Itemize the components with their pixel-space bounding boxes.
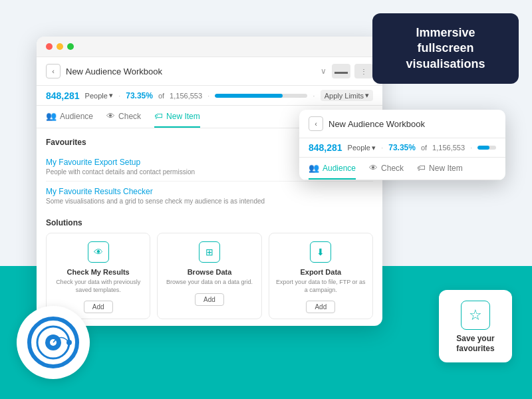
tab-new-item[interactable]: 🏷 New Item [154,106,200,128]
fw-stats: 848,281 People ▾ · 73.35% of 1,156,553 · [299,138,505,158]
solution-card-browse: ⊞ Browse Data Browse your data on a data… [157,233,261,319]
workbook-chevron: ∨ [321,66,327,76]
check-results-add[interactable]: Add [84,301,113,313]
fw-tab-check[interactable]: 👁 Check [369,158,404,180]
fw-people-dropdown[interactable]: People ▾ [348,144,376,152]
fw-header: ‹ New Audience Workbook [299,110,505,138]
of-label: of [158,92,164,100]
solution-card-export: ⬇ Export Data Export your data to file, … [269,233,373,319]
star-icon-box: ☆ [461,301,490,330]
dot-red [46,43,53,50]
star-icon: ☆ [469,307,482,324]
dot-separator2: · [207,91,209,100]
tab-check[interactable]: 👁 Check [106,106,141,128]
favourite-item-1[interactable]: My Favourite Results Checker Some visual… [46,182,373,210]
fw-progress-fill [477,146,489,150]
fw-back-button[interactable]: ‹ [309,116,323,131]
total-value: 1,156,553 [170,92,202,100]
save-fav-card: ☆ Save your favourites [439,290,512,362]
logo-svg [27,316,80,369]
browse-data-desc: Browse your data on a data grid. [166,279,253,287]
tab-audience-label: Audience [60,112,93,121]
workbook-header: ‹ New Audience Workbook ∨ ▬▬ ⋮ [37,57,382,86]
export-data-title: Export Data [300,268,341,276]
fav-desc-1: Some visualisations and a grid to sense … [46,198,373,205]
check-results-desc: Check your data with previously saved te… [52,279,144,294]
fw-dot2: · [470,143,472,152]
fw-count: 848,281 [309,142,342,153]
dot-yellow [57,43,63,50]
menu-btn[interactable]: ⋮ [354,64,373,78]
export-data-desc: Export your data to file, FTP or as a ca… [275,279,367,294]
immersive-badge: Immersive fullscreen visualisations [372,13,519,84]
fw-audience-icon: 👥 [309,163,319,173]
badge-line1: Immersive fullscreen [416,26,475,55]
stats-bar: 848,281 People ▾ · 73.35% of 1,156,553 ·… [37,86,382,106]
fw-people-label: People [348,144,370,152]
fw-new-item-icon: 🏷 [417,163,426,173]
fw-tabs: 👥 Audience 👁 Check 🏷 New Item [299,158,505,180]
fw-back-icon: ‹ [315,120,317,128]
solutions-title: Solutions [46,218,373,227]
percent-value: 73.35% [126,91,153,100]
export-data-icon: ⬇ [310,241,331,263]
fw-tab-check-label: Check [381,164,404,173]
titlebar [37,37,382,57]
dot-separator: · [118,91,120,100]
fw-check-icon: 👁 [369,163,378,173]
dot-green [67,43,74,50]
fw-tab-new-item[interactable]: 🏷 New Item [417,158,463,180]
progress-fill [215,94,282,98]
solutions-grid: 👁 Check My Results Check your data with … [46,233,373,319]
fw-tab-audience[interactable]: 👥 Audience [309,158,356,180]
browser-window: ‹ New Audience Workbook ∨ ▬▬ ⋮ 848,281 P… [37,37,382,326]
apply-limits-chevron: ▾ [365,91,369,100]
fw-tab-new-item-label: New Item [429,164,463,173]
dot-separator3: · [313,91,315,100]
tab-audience[interactable]: 👥 Audience [46,106,93,128]
people-label: People [85,92,108,100]
check-results-title: Check My Results [67,268,130,276]
workbook-title: New Audience Workbook [66,66,315,76]
back-button[interactable]: ‹ [46,64,61,78]
check-icon: 👁 [106,111,115,121]
audience-icon: 👥 [46,111,57,121]
fw-tab-audience-label: Audience [323,164,356,173]
people-dropdown[interactable]: People ▾ [85,91,113,100]
fw-title: New Audience Workbook [329,119,496,129]
fw-of: of [421,144,427,152]
toggle-btn[interactable]: ▬▬ [332,64,350,78]
fw-progress-bar [477,146,496,150]
browse-data-add[interactable]: Add [195,293,224,306]
export-data-add[interactable]: Add [306,301,335,313]
fav-title-1: My Favourite Results Checker [46,187,373,196]
workbook-actions: ▬▬ ⋮ [332,64,373,78]
fw-total: 1,156,553 [432,144,465,152]
new-item-icon: 🏷 [154,111,163,121]
tab-new-item-label: New Item [166,112,200,121]
fw-percent: 73.35% [388,143,416,152]
people-chevron: ▾ [109,91,113,100]
logo-circle [17,306,90,379]
badge-line2: visualisations [406,57,485,70]
apply-limits-label: Apply Limits [325,92,364,100]
back-icon: ‹ [52,67,55,75]
solutions-section: Solutions 👁 Check My Results Check your … [46,218,373,319]
tab-check-label: Check [118,112,141,121]
fw-dot: · [381,143,383,152]
audience-count: 848,281 [46,90,80,101]
check-results-icon: 👁 [88,241,109,263]
progress-bar [215,94,307,98]
floating-window: ‹ New Audience Workbook 848,281 People ▾… [299,110,505,180]
browse-data-title: Browse Data [188,268,232,276]
save-fav-text: Save your favourites [446,334,505,354]
fw-people-chevron: ▾ [372,144,376,152]
browse-data-icon: ⊞ [199,241,220,263]
apply-limits-button[interactable]: Apply Limits ▾ [321,90,373,101]
browser-content: ‹ New Audience Workbook ∨ ▬▬ ⋮ 848,281 P… [37,57,382,326]
